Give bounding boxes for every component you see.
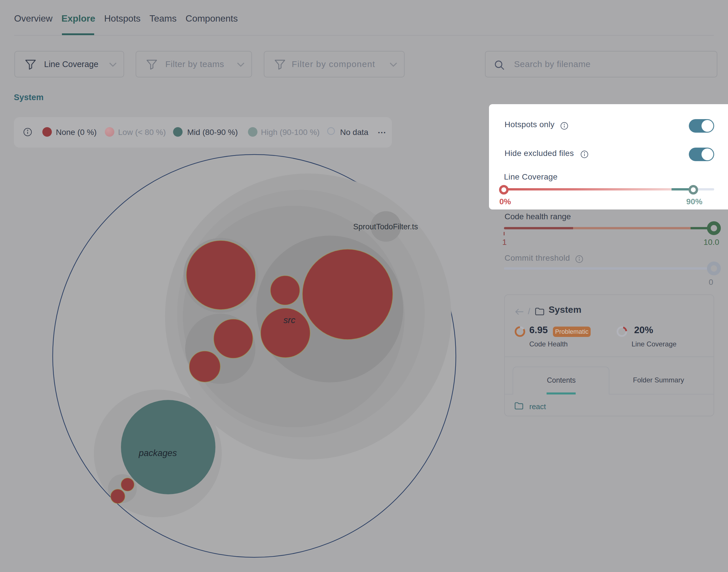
svg-text:SproutTodoFilter.ts: SproutTodoFilter.ts <box>353 222 418 231</box>
svg-text:src: src <box>283 315 296 325</box>
svg-text:packages: packages <box>138 448 177 458</box>
